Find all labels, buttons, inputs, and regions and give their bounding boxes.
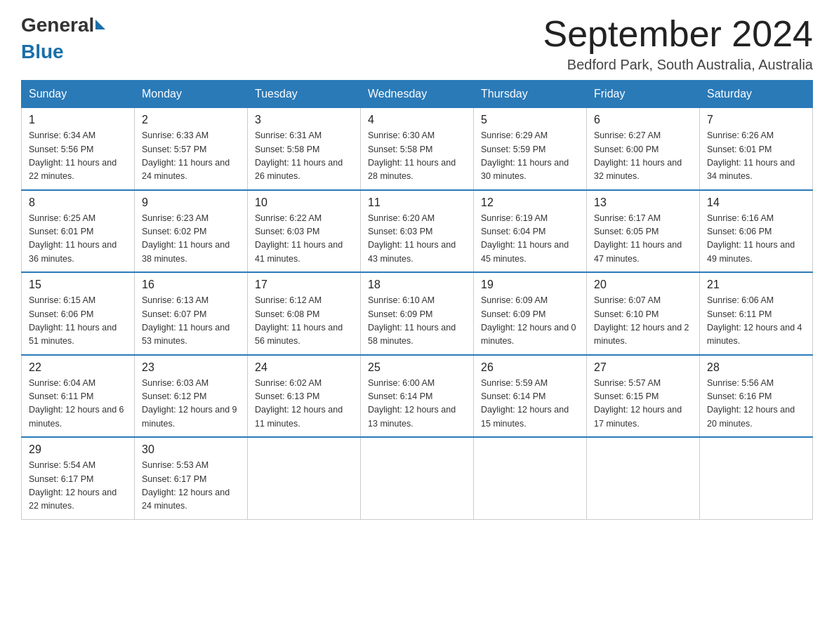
col-monday: Monday bbox=[135, 81, 248, 108]
day-number: 8 bbox=[29, 196, 127, 209]
table-row: 13 Sunrise: 6:17 AMSunset: 6:05 PMDaylig… bbox=[587, 190, 700, 273]
table-row: 10 Sunrise: 6:22 AMSunset: 6:03 PMDaylig… bbox=[248, 190, 361, 273]
logo-arrow-icon bbox=[95, 20, 105, 29]
day-number: 10 bbox=[255, 196, 353, 209]
table-row: 8 Sunrise: 6:25 AMSunset: 6:01 PMDayligh… bbox=[22, 190, 135, 273]
table-row: 11 Sunrise: 6:20 AMSunset: 6:03 PMDaylig… bbox=[361, 190, 474, 273]
day-info: Sunrise: 6:06 AMSunset: 6:11 PMDaylight:… bbox=[707, 295, 802, 346]
day-number: 27 bbox=[594, 361, 692, 374]
day-number: 16 bbox=[142, 279, 240, 291]
col-thursday: Thursday bbox=[474, 81, 587, 108]
table-row: 29 Sunrise: 5:54 AMSunset: 6:17 PMDaylig… bbox=[22, 437, 135, 519]
day-info: Sunrise: 6:03 AMSunset: 6:12 PMDaylight:… bbox=[142, 378, 237, 429]
day-number: 9 bbox=[142, 196, 240, 209]
day-info: Sunrise: 6:07 AMSunset: 6:10 PMDaylight:… bbox=[594, 295, 689, 346]
day-number: 26 bbox=[481, 361, 579, 374]
day-info: Sunrise: 6:23 AMSunset: 6:02 PMDaylight:… bbox=[142, 213, 230, 264]
title-area: September 2024 Bedford Park, South Austr… bbox=[543, 14, 814, 73]
calendar-row-5: 29 Sunrise: 5:54 AMSunset: 6:17 PMDaylig… bbox=[22, 437, 813, 519]
table-row bbox=[361, 437, 474, 519]
day-info: Sunrise: 6:02 AMSunset: 6:13 PMDaylight:… bbox=[255, 378, 343, 429]
col-wednesday: Wednesday bbox=[361, 81, 474, 108]
calendar-row-2: 8 Sunrise: 6:25 AMSunset: 6:01 PMDayligh… bbox=[22, 190, 813, 273]
table-row: 5 Sunrise: 6:29 AMSunset: 5:59 PMDayligh… bbox=[474, 108, 587, 190]
table-row: 20 Sunrise: 6:07 AMSunset: 6:10 PMDaylig… bbox=[587, 272, 700, 355]
day-number: 29 bbox=[29, 443, 127, 456]
day-number: 13 bbox=[594, 196, 692, 209]
table-row: 15 Sunrise: 6:15 AMSunset: 6:06 PMDaylig… bbox=[22, 272, 135, 355]
day-number: 14 bbox=[707, 196, 805, 209]
day-number: 28 bbox=[707, 361, 805, 374]
table-row: 2 Sunrise: 6:33 AMSunset: 5:57 PMDayligh… bbox=[135, 108, 248, 190]
day-number: 23 bbox=[142, 361, 240, 374]
day-info: Sunrise: 6:30 AMSunset: 5:58 PMDaylight:… bbox=[368, 130, 456, 181]
table-row bbox=[474, 437, 587, 519]
day-info: Sunrise: 6:25 AMSunset: 6:01 PMDaylight:… bbox=[29, 213, 117, 264]
day-number: 21 bbox=[707, 279, 805, 291]
day-info: Sunrise: 6:29 AMSunset: 5:59 PMDaylight:… bbox=[481, 130, 569, 181]
logo-general-text: General bbox=[21, 14, 94, 36]
day-number: 1 bbox=[29, 114, 127, 126]
calendar-row-4: 22 Sunrise: 6:04 AMSunset: 6:11 PMDaylig… bbox=[22, 355, 813, 438]
day-info: Sunrise: 6:27 AMSunset: 6:00 PMDaylight:… bbox=[594, 130, 682, 181]
day-info: Sunrise: 6:13 AMSunset: 6:07 PMDaylight:… bbox=[142, 295, 230, 346]
table-row: 19 Sunrise: 6:09 AMSunset: 6:09 PMDaylig… bbox=[474, 272, 587, 355]
day-number: 3 bbox=[255, 114, 353, 126]
table-row: 28 Sunrise: 5:56 AMSunset: 6:16 PMDaylig… bbox=[700, 355, 813, 438]
day-info: Sunrise: 6:22 AMSunset: 6:03 PMDaylight:… bbox=[255, 213, 343, 264]
day-info: Sunrise: 6:15 AMSunset: 6:06 PMDaylight:… bbox=[29, 295, 117, 346]
month-title: September 2024 bbox=[543, 14, 814, 54]
table-row: 30 Sunrise: 5:53 AMSunset: 6:17 PMDaylig… bbox=[135, 437, 248, 519]
day-info: Sunrise: 6:10 AMSunset: 6:09 PMDaylight:… bbox=[368, 295, 456, 346]
day-number: 25 bbox=[368, 361, 466, 374]
day-info: Sunrise: 6:34 AMSunset: 5:56 PMDaylight:… bbox=[29, 130, 117, 181]
day-number: 19 bbox=[481, 279, 579, 291]
col-saturday: Saturday bbox=[700, 81, 813, 108]
table-row: 27 Sunrise: 5:57 AMSunset: 6:15 PMDaylig… bbox=[587, 355, 700, 438]
logo: General Blue bbox=[21, 14, 105, 63]
day-number: 12 bbox=[481, 196, 579, 209]
day-info: Sunrise: 5:54 AMSunset: 6:17 PMDaylight:… bbox=[29, 460, 117, 511]
table-row: 3 Sunrise: 6:31 AMSunset: 5:58 PMDayligh… bbox=[248, 108, 361, 190]
table-row: 6 Sunrise: 6:27 AMSunset: 6:00 PMDayligh… bbox=[587, 108, 700, 190]
col-friday: Friday bbox=[587, 81, 700, 108]
table-row: 7 Sunrise: 6:26 AMSunset: 6:01 PMDayligh… bbox=[700, 108, 813, 190]
day-number: 15 bbox=[29, 279, 127, 291]
day-info: Sunrise: 6:16 AMSunset: 6:06 PMDaylight:… bbox=[707, 213, 795, 264]
day-info: Sunrise: 6:26 AMSunset: 6:01 PMDaylight:… bbox=[707, 130, 795, 181]
day-info: Sunrise: 6:12 AMSunset: 6:08 PMDaylight:… bbox=[255, 295, 343, 346]
day-number: 2 bbox=[142, 114, 240, 126]
calendar-table: Sunday Monday Tuesday Wednesday Thursday… bbox=[21, 80, 813, 520]
day-info: Sunrise: 6:04 AMSunset: 6:11 PMDaylight:… bbox=[29, 378, 124, 429]
table-row: 18 Sunrise: 6:10 AMSunset: 6:09 PMDaylig… bbox=[361, 272, 474, 355]
table-row: 9 Sunrise: 6:23 AMSunset: 6:02 PMDayligh… bbox=[135, 190, 248, 273]
day-info: Sunrise: 6:20 AMSunset: 6:03 PMDaylight:… bbox=[368, 213, 456, 264]
table-row: 14 Sunrise: 6:16 AMSunset: 6:06 PMDaylig… bbox=[700, 190, 813, 273]
day-info: Sunrise: 6:00 AMSunset: 6:14 PMDaylight:… bbox=[368, 378, 456, 429]
day-number: 6 bbox=[594, 114, 692, 126]
day-info: Sunrise: 6:19 AMSunset: 6:04 PMDaylight:… bbox=[481, 213, 569, 264]
day-info: Sunrise: 5:59 AMSunset: 6:14 PMDaylight:… bbox=[481, 378, 569, 429]
day-number: 22 bbox=[29, 361, 127, 374]
day-number: 17 bbox=[255, 279, 353, 291]
table-row bbox=[700, 437, 813, 519]
location-subtitle: Bedford Park, South Australia, Australia bbox=[543, 57, 814, 73]
table-row: 23 Sunrise: 6:03 AMSunset: 6:12 PMDaylig… bbox=[135, 355, 248, 438]
day-info: Sunrise: 6:17 AMSunset: 6:05 PMDaylight:… bbox=[594, 213, 682, 264]
table-row bbox=[248, 437, 361, 519]
table-row: 17 Sunrise: 6:12 AMSunset: 6:08 PMDaylig… bbox=[248, 272, 361, 355]
col-tuesday: Tuesday bbox=[248, 81, 361, 108]
table-row: 21 Sunrise: 6:06 AMSunset: 6:11 PMDaylig… bbox=[700, 272, 813, 355]
calendar-row-1: 1 Sunrise: 6:34 AMSunset: 5:56 PMDayligh… bbox=[22, 108, 813, 190]
day-number: 24 bbox=[255, 361, 353, 374]
table-row: 26 Sunrise: 5:59 AMSunset: 6:14 PMDaylig… bbox=[474, 355, 587, 438]
table-row: 22 Sunrise: 6:04 AMSunset: 6:11 PMDaylig… bbox=[22, 355, 135, 438]
day-info: Sunrise: 5:56 AMSunset: 6:16 PMDaylight:… bbox=[707, 378, 795, 429]
table-row: 16 Sunrise: 6:13 AMSunset: 6:07 PMDaylig… bbox=[135, 272, 248, 355]
logo-blue-text: Blue bbox=[21, 41, 105, 63]
day-info: Sunrise: 6:09 AMSunset: 6:09 PMDaylight:… bbox=[481, 295, 576, 346]
day-info: Sunrise: 6:33 AMSunset: 5:57 PMDaylight:… bbox=[142, 130, 230, 181]
day-info: Sunrise: 6:31 AMSunset: 5:58 PMDaylight:… bbox=[255, 130, 343, 181]
calendar-row-3: 15 Sunrise: 6:15 AMSunset: 6:06 PMDaylig… bbox=[22, 272, 813, 355]
table-row: 24 Sunrise: 6:02 AMSunset: 6:13 PMDaylig… bbox=[248, 355, 361, 438]
